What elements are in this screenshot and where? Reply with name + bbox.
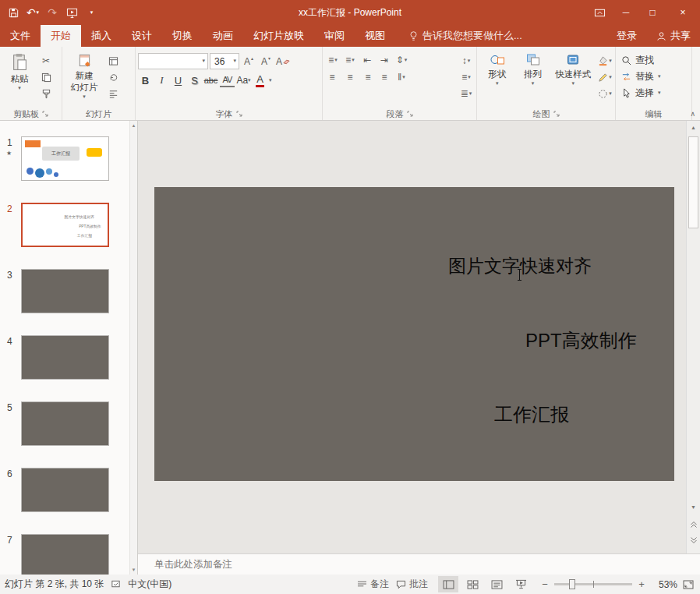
share-button[interactable]: 共享 (647, 25, 700, 47)
thumbnail-preview[interactable] (21, 335, 109, 380)
zoom-slider[interactable] (554, 583, 632, 585)
font-size-combo[interactable]: 36 ▾ (210, 53, 239, 69)
slide-number[interactable]: 7 (7, 535, 12, 546)
thumbnail-preview[interactable]: 图片文字快速对齐 PPT高效制作 工作汇报 (21, 203, 109, 247)
notes-toggle-button[interactable]: 备注 (357, 578, 389, 591)
slide-thumbnail-7[interactable]: 7 (0, 534, 137, 575)
collapse-ribbon-button[interactable]: ∧ (690, 110, 695, 118)
slide-thumbnail-6[interactable]: 6 (0, 468, 137, 514)
tab-transitions[interactable]: 切换 (162, 25, 203, 47)
tab-design[interactable]: 设计 (122, 25, 162, 47)
cut-button[interactable]: ✂ (38, 54, 54, 68)
next-slide-button[interactable] (687, 536, 700, 544)
close-button[interactable]: × (666, 0, 700, 25)
quick-styles-button[interactable]: 快速样式 ▾ (550, 49, 596, 108)
zoom-percentage[interactable]: 53% (651, 579, 677, 590)
scroll-down-icon[interactable]: ▼ (130, 567, 137, 572)
slide-thumbnail-4[interactable]: 4 (0, 335, 137, 382)
drawing-dialog-launcher[interactable] (553, 111, 560, 117)
tab-home[interactable]: 开始 (41, 25, 81, 47)
thumbnail-scrollbar[interactable]: ▲ ▼ (129, 121, 137, 575)
format-painter-button[interactable] (38, 87, 54, 101)
tab-review[interactable]: 审阅 (314, 25, 355, 47)
spell-check-icon[interactable] (111, 579, 121, 589)
zoom-slider-thumb[interactable] (569, 579, 575, 589)
text-direction-button[interactable]: ↕▾ (458, 54, 474, 68)
convert-smartart-button[interactable]: ≣▾ (458, 87, 474, 101)
slide-thumbnail-2-selected[interactable]: 2 图片文字快速对齐 PPT高效制作 工作汇报 (0, 203, 137, 249)
slide-canvas[interactable]: 图片文字快速对齐 PPT高效制作 工作汇报 (154, 187, 674, 481)
character-spacing-button[interactable]: AV (220, 74, 235, 87)
thumbnail-preview[interactable] (21, 468, 109, 512)
slide-number[interactable]: 2 (7, 203, 12, 214)
start-from-beginning-button[interactable] (63, 3, 80, 22)
text-shadow-button[interactable]: S (187, 72, 202, 88)
decrease-indent-button[interactable]: ⇤ (359, 53, 375, 67)
thumbnail-preview[interactable] (21, 534, 109, 575)
justify-button[interactable]: ≡ (377, 70, 392, 84)
slide-thumbnail-3[interactable]: 3 (0, 269, 137, 316)
font-name-combo[interactable]: ▾ (138, 53, 208, 69)
thumbnail-preview[interactable] (21, 269, 109, 313)
shapes-button[interactable]: 形状 ▾ (479, 49, 515, 108)
fit-to-window-button[interactable] (683, 580, 694, 589)
arrange-button[interactable]: 排列 ▾ (515, 49, 551, 108)
align-center-button[interactable]: ≡ (342, 70, 358, 84)
numbering-button[interactable]: ≡▾ (342, 53, 358, 67)
scroll-down-icon[interactable]: ▼ (687, 504, 700, 510)
slide-number[interactable]: 1 (7, 137, 12, 148)
scroll-up-icon[interactable]: ▲ (130, 123, 137, 128)
main-scrollbar[interactable]: ▲ ▼ (686, 121, 700, 553)
shrink-font-button[interactable]: A▾ (258, 55, 274, 69)
slide-number[interactable]: 6 (7, 468, 12, 479)
increase-indent-button[interactable]: ⇥ (377, 53, 392, 67)
grow-font-button[interactable]: A▴ (241, 55, 256, 69)
customize-qat-button[interactable]: ▾ (83, 3, 100, 22)
scroll-up-icon[interactable]: ▲ (687, 125, 700, 130)
tell-me-box[interactable]: 告诉我您想要做什么... (401, 25, 530, 47)
notes-pane[interactable]: 单击此处添加备注 (138, 553, 700, 575)
slideshow-view-button[interactable] (511, 576, 531, 592)
maximize-button[interactable]: □ (639, 0, 666, 25)
italic-button[interactable]: I (154, 72, 169, 88)
align-left-button[interactable]: ≡ (325, 70, 341, 84)
slide-number[interactable]: 3 (7, 270, 12, 281)
align-right-button[interactable]: ≡ (359, 70, 375, 84)
font-dialog-launcher[interactable] (236, 111, 242, 117)
slide-number[interactable]: 5 (7, 402, 12, 413)
comments-toggle-button[interactable]: 批注 (396, 578, 428, 591)
bullets-button[interactable]: ≡▾ (325, 53, 341, 67)
paragraph-dialog-launcher[interactable] (407, 111, 413, 117)
columns-button[interactable]: ‖▾ (394, 70, 409, 84)
slide-thumbnail-1[interactable]: 1 ★ 工作汇报 (0, 136, 137, 183)
clear-formatting-button[interactable]: A (275, 55, 291, 69)
undo-button[interactable]: ↶▾ (24, 3, 41, 22)
normal-view-button[interactable] (438, 576, 458, 592)
previous-slide-button[interactable] (687, 521, 700, 529)
zoom-in-button[interactable]: + (638, 578, 645, 590)
underline-button[interactable]: U (171, 72, 186, 88)
font-color-button[interactable]: A (253, 72, 267, 88)
slide-text-line2[interactable]: PPT高效制作 (525, 328, 637, 353)
change-case-button[interactable]: Aa▾ (236, 72, 251, 88)
slide-thumbnail-5[interactable]: 5 (0, 401, 137, 448)
slide-sorter-view-button[interactable] (462, 576, 483, 592)
align-text-button[interactable]: ≡▾ (458, 70, 474, 84)
reset-slide-button[interactable] (105, 70, 121, 84)
minimize-button[interactable]: ─ (613, 0, 639, 25)
strikethrough-button[interactable]: abc (203, 72, 218, 88)
shape-effects-button[interactable]: ▾ (597, 87, 613, 101)
language-status[interactable]: 中文(中国) (128, 578, 171, 591)
tab-insert[interactable]: 插入 (81, 25, 122, 47)
scrollbar-thumb[interactable] (688, 136, 698, 228)
tab-file[interactable]: 文件 (0, 25, 41, 47)
redo-button[interactable]: ↷ (44, 3, 61, 22)
slide-text-line3[interactable]: 工作汇报 (494, 402, 569, 427)
thumbnail-preview[interactable] (21, 401, 109, 446)
tab-view[interactable]: 视图 (355, 25, 395, 47)
replace-button[interactable]: 替换▾ (621, 70, 661, 83)
zoom-out-button[interactable]: − (541, 578, 549, 590)
thumbnail-preview[interactable]: 工作汇报 (21, 136, 109, 181)
new-slide-button[interactable]: 新建 幻灯片 ▾ (65, 49, 104, 108)
shape-outline-button[interactable]: ▾ (597, 70, 613, 84)
